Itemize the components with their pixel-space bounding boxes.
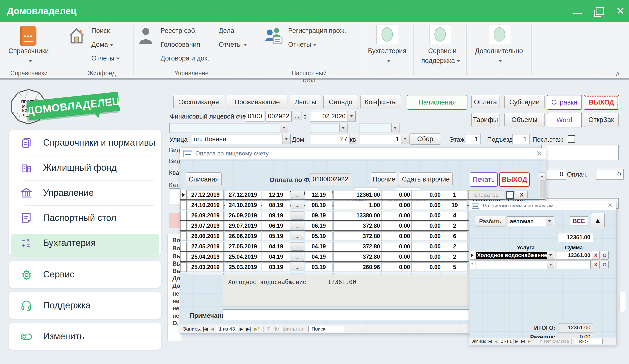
- button-vyhod-dialog[interactable]: ВЫХОД: [499, 173, 530, 187]
- street-dropdown[interactable]: пл. Ленина: [191, 134, 291, 144]
- tab-nachisleniya[interactable]: Начисления: [407, 95, 468, 110]
- nav-first-button[interactable]: |◀: [488, 339, 491, 344]
- close-button[interactable]: ✕: [612, 0, 629, 22]
- new-row-selector[interactable]: *: [470, 260, 475, 269]
- nav-search-input[interactable]: Поиск: [574, 339, 603, 344]
- o-row-button[interactable]: O: [601, 251, 609, 260]
- period-dropdown[interactable]: 02.2020: [310, 111, 356, 121]
- cell-sum[interactable]: 12361.00: [333, 190, 382, 199]
- row-browse-button[interactable]: ...: [291, 222, 304, 230]
- minimize-button[interactable]: [569, 0, 586, 22]
- cell-opday[interactable]: 26.06.2019: [187, 231, 224, 241]
- cell-operator[interactable]: оператор: [469, 190, 504, 199]
- nav-search-input[interactable]: Поиск: [308, 326, 344, 332]
- podezd-field[interactable]: 1: [512, 134, 529, 144]
- o-row-button[interactable]: O: [601, 260, 609, 269]
- cell-from[interactable]: 08.19: [262, 200, 290, 210]
- cell-pack[interactable]: 6: [442, 231, 468, 241]
- cell-to[interactable]: 12.19: [305, 190, 332, 199]
- ribbon-item-reestr[interactable]: Реестр соб.: [160, 27, 197, 35]
- cell-from[interactable]: 03.19: [262, 263, 290, 272]
- kv-dropdown[interactable]: 1: [359, 134, 409, 144]
- dialog-razbienie-titlebar[interactable]: Разбиение суммы по услугам ✕: [469, 201, 616, 210]
- nav-first-button[interactable]: |◀: [203, 326, 208, 332]
- tab-vyhod[interactable]: ВЫХОД: [584, 95, 619, 110]
- cell-peni[interactable]: 0.00: [411, 200, 443, 210]
- row-selector[interactable]: [180, 231, 187, 241]
- cell-payday[interactable]: 24.10.2019: [225, 200, 261, 210]
- cell-peni[interactable]: 0.00: [411, 221, 443, 230]
- row-browse-button[interactable]: ...: [291, 253, 304, 261]
- row-browse-button[interactable]: ...: [291, 242, 304, 251]
- cell-str[interactable]: 0.00: [381, 200, 412, 210]
- row-browse-button[interactable]: ...: [291, 201, 304, 209]
- cell-peni[interactable]: 0.00: [411, 231, 443, 241]
- fls-code-field[interactable]: 0100: [246, 111, 264, 121]
- cell-str[interactable]: 0.00: [381, 263, 412, 272]
- ribbon-item-buhgalteriya[interactable]: Бухгалтерия: [366, 47, 408, 55]
- cell-sum[interactable]: 1.00: [333, 200, 382, 210]
- cell-opday[interactable]: 27.12.2019: [187, 190, 224, 199]
- cell-pack[interactable]: 2: [442, 242, 468, 251]
- cell-from[interactable]: 09.19: [262, 211, 290, 220]
- house-filter-dropdown[interactable]: [310, 123, 347, 133]
- cell-payday[interactable]: 29.07.2019: [225, 221, 261, 230]
- nav-prev-button[interactable]: ◀: [494, 339, 497, 344]
- spravochniki-dropdown-caret[interactable]: [27, 57, 32, 65]
- dropdown-arrow-icon[interactable]: [546, 217, 553, 226]
- cell-peni[interactable]: 0.00: [411, 190, 443, 199]
- ribbon-item-otchety-pasport[interactable]: Отчеты: [288, 41, 316, 48]
- ribbon-item-otchety-upr[interactable]: Отчеты: [219, 41, 247, 48]
- cell-str[interactable]: 0.00: [381, 231, 412, 241]
- cell-str[interactable]: 0.00: [381, 252, 412, 262]
- up-arrow-button[interactable]: ▲: [591, 213, 605, 228]
- cell-opday[interactable]: 26.09.2019: [187, 211, 224, 220]
- cell-to[interactable]: 08.19: [305, 200, 332, 210]
- button-obemy[interactable]: Объемы: [504, 113, 545, 127]
- nav-position[interactable]: 1 из 1: [499, 339, 514, 344]
- button-sdat-v-prochie[interactable]: Сдать в прочие: [399, 173, 453, 186]
- button-razbit[interactable]: Разбить: [475, 216, 505, 227]
- button-spisaniya[interactable]: Списания: [186, 173, 222, 186]
- tab-prozhivayushchie[interactable]: Проживающие: [227, 95, 287, 109]
- service-dropdown-empty[interactable]: [475, 260, 555, 269]
- cell-str[interactable]: 0.00: [381, 211, 412, 220]
- row-browse-button[interactable]: ...: [291, 211, 304, 220]
- row-selector[interactable]: [180, 200, 187, 210]
- cell-sum[interactable]: 372.80: [333, 231, 382, 241]
- cell-pack[interactable]: 2: [442, 221, 468, 230]
- posl-etazh-checkbox[interactable]: [568, 135, 575, 143]
- cell-pack[interactable]: 4: [442, 211, 468, 220]
- sidebar-item-spravochniki[interactable]: Справочники и нормативы: [9, 130, 161, 155]
- dropdown-arrow-icon[interactable]: [280, 123, 288, 132]
- cell-pack[interactable]: 2: [442, 252, 468, 262]
- cell-sum[interactable]: 372.80: [333, 221, 382, 230]
- delete-row-button[interactable]: X: [592, 260, 600, 269]
- servis-podderzhka-icon[interactable]: [429, 25, 451, 44]
- ribbon-item-poisk[interactable]: Поиск: [91, 27, 110, 35]
- service-dropdown[interactable]: Холодное водоснабжение: [475, 251, 555, 260]
- cell-from[interactable]: 05.19: [262, 231, 290, 241]
- button-tarify[interactable]: Тарифы: [472, 113, 499, 127]
- dialog-oplata-titlebar[interactable]: Оплата по лицевому счету ✕: [180, 148, 546, 159]
- tab-subsidii[interactable]: Субсидии: [504, 95, 545, 109]
- dropdown-arrow-icon[interactable]: [339, 123, 347, 132]
- row-selector[interactable]: [180, 242, 187, 251]
- service-sum-empty[interactable]: [556, 260, 591, 269]
- button-pechat[interactable]: Печать: [470, 173, 498, 187]
- cell-from[interactable]: 04.19: [262, 252, 290, 262]
- cell-payday[interactable]: 25.04.2019: [225, 252, 261, 262]
- ribbon-item-dopolnitelno[interactable]: Дополнительно: [471, 47, 527, 55]
- nav-new-button[interactable]: ▶*: [254, 326, 259, 332]
- tab-spravki[interactable]: Справки: [547, 95, 582, 110]
- row-selector[interactable]: [180, 252, 187, 262]
- dialog-razbienie-close-icon[interactable]: ✕: [607, 202, 613, 209]
- nav-next-button[interactable]: ▶: [240, 326, 243, 332]
- cell-pack[interactable]: 1: [442, 190, 468, 199]
- nav-next-button[interactable]: ▶: [515, 339, 518, 344]
- sidebar-item-podderzhka[interactable]: Поддержка: [9, 293, 161, 318]
- fls-number-field[interactable]: 002922: [266, 111, 292, 121]
- dopolnitelno-icon[interactable]: [489, 25, 510, 44]
- nav-prev-button[interactable]: ◀: [211, 326, 214, 332]
- tab-lgoty[interactable]: Льготы: [290, 95, 321, 109]
